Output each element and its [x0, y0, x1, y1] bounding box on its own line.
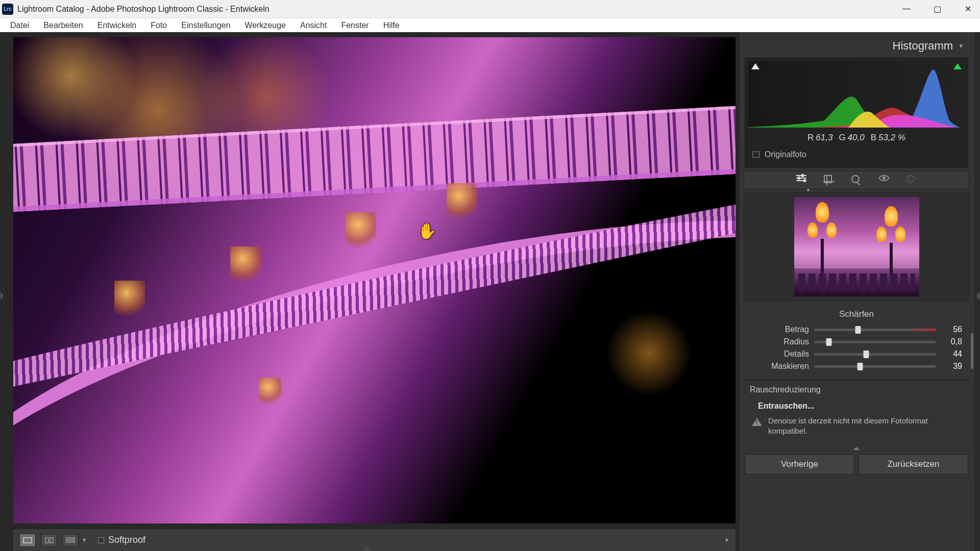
sharpen-mask-row: Maskieren 39: [744, 360, 969, 372]
sharpen-radius-value[interactable]: 0,8: [941, 337, 962, 346]
titlebar: Lrc Lightroom Catalog - Adobe Photoshop …: [0, 0, 980, 18]
warning-icon: [752, 418, 762, 426]
menubar: Datei Bearbeiten Entwickeln Foto Einstel…: [0, 18, 980, 32]
detail-zoom-panel: [744, 192, 969, 301]
before-after-tb-button[interactable]: [62, 534, 79, 547]
crop-tool-icon[interactable]: [824, 175, 834, 185]
histogram-graph[interactable]: [748, 61, 965, 128]
close-button[interactable]: ✕: [963, 4, 973, 14]
chevron-down-icon: ▼: [958, 42, 964, 49]
left-panel-collapsed-toggle[interactable]: [0, 32, 6, 551]
maximize-button[interactable]: ▢: [932, 4, 942, 14]
hand-cursor-icon: ✋: [418, 222, 436, 240]
bottom-toolbar: ▼ Softproof ▼: [13, 529, 736, 551]
sharpen-radius-slider[interactable]: [814, 341, 936, 343]
photo-preview: [230, 246, 261, 287]
menu-foto[interactable]: Foto: [143, 19, 174, 32]
reset-button[interactable]: Zurücksetzen: [859, 454, 968, 474]
photo-preview: [114, 281, 145, 321]
menu-entwickeln[interactable]: Entwickeln: [90, 19, 143, 32]
softproof-toggle[interactable]: Softproof: [98, 535, 145, 545]
minimize-button[interactable]: ―: [901, 4, 912, 14]
b-label: B: [871, 133, 876, 142]
sharpen-amount-label: Betrag: [744, 325, 809, 334]
original-photo-label: Originalfoto: [765, 150, 806, 159]
loupe-view-button[interactable]: [19, 534, 36, 547]
before-after-lr-button[interactable]: [41, 534, 57, 547]
denoise-warning-message: Denoise ist derzeit nicht mit diesem Fot…: [768, 416, 963, 437]
panel-expand-up-icon[interactable]: [744, 446, 969, 451]
sharpen-section-title: Schärfen: [744, 301, 969, 323]
menu-hilfe[interactable]: Hilfe: [376, 19, 407, 32]
menu-werkzeuge[interactable]: Werkzeuge: [237, 19, 293, 32]
detail-zoom-preview[interactable]: [794, 197, 919, 296]
r-label: R: [807, 133, 814, 142]
original-photo-checkbox-icon[interactable]: [752, 152, 760, 158]
right-panel-collapsed-toggle[interactable]: [974, 32, 980, 551]
menu-fenster[interactable]: Fenster: [334, 19, 376, 32]
right-panel: Histogramm ▼ R61,3 G40,0 B53,2 %: [740, 32, 974, 551]
photo-preview: [259, 378, 281, 408]
r-value: 61,3: [816, 133, 832, 142]
pct-label: %: [898, 133, 905, 142]
sharpen-amount-row: Betrag 56: [744, 323, 969, 336]
healing-tool-icon[interactable]: [851, 175, 862, 185]
menu-bearbeiten[interactable]: Bearbeiten: [36, 19, 90, 32]
menu-ansicht[interactable]: Ansicht: [293, 19, 334, 32]
tool-strip: [744, 171, 969, 189]
masking-tool-icon[interactable]: [906, 175, 917, 185]
redeye-tool-icon[interactable]: [879, 175, 889, 185]
sharpen-radius-row: Radius 0,8: [744, 336, 969, 348]
b-value: 53,2: [878, 133, 895, 142]
filmstrip-toggle-icon[interactable]: [362, 546, 372, 550]
sharpen-detail-label: Details: [744, 349, 809, 359]
sharpen-amount-value[interactable]: 56: [941, 325, 962, 334]
sharpen-detail-value[interactable]: 44: [941, 349, 962, 359]
edit-sliders-tool-icon[interactable]: [796, 175, 806, 185]
g-value: 40,0: [848, 133, 865, 142]
softproof-label: Softproof: [108, 535, 145, 545]
menu-datei[interactable]: Datei: [3, 19, 36, 32]
histogram-panel-header[interactable]: Histogramm ▼: [744, 36, 969, 58]
softproof-checkbox[interactable]: [98, 537, 104, 543]
photo-preview: [346, 212, 376, 253]
menu-einstellungen[interactable]: Einstellungen: [174, 19, 237, 32]
image-canvas[interactable]: ✋: [13, 37, 736, 523]
original-photo-toggle[interactable]: Originalfoto: [748, 146, 965, 164]
g-label: G: [839, 133, 845, 142]
sharpen-radius-label: Radius: [744, 337, 809, 346]
sharpen-detail-row: Details 44: [744, 348, 969, 360]
sharpen-mask-value[interactable]: 39: [941, 362, 962, 371]
sharpen-detail-slider[interactable]: [814, 353, 936, 356]
histogram-title: Histogramm: [749, 39, 958, 53]
toolbar-options-dropdown-icon[interactable]: ▼: [724, 537, 729, 543]
sharpen-mask-label: Maskieren: [744, 362, 809, 371]
right-panel-scrollbar[interactable]: [971, 333, 973, 369]
histogram-box: R61,3 G40,0 B53,2 % Originalfoto: [745, 58, 968, 168]
window-title: Lightroom Catalog - Adobe Photoshop Ligh…: [17, 5, 270, 14]
noise-reduction-section: Rauschreduzierung Entrauschen... Denoise…: [744, 380, 969, 446]
previous-button[interactable]: Vorherige: [745, 454, 854, 474]
denoise-button[interactable]: Entrauschen...: [758, 402, 963, 411]
photo-preview: [447, 183, 477, 224]
app-icon: Lrc: [2, 4, 13, 15]
noise-reduction-title: Rauschreduzierung: [750, 385, 963, 394]
sharpen-amount-slider[interactable]: [814, 329, 936, 331]
sharpen-mask-slider[interactable]: [814, 365, 936, 368]
view-mode-dropdown-icon[interactable]: ▼: [82, 537, 87, 543]
rgb-readout: R61,3 G40,0 B53,2 %: [748, 128, 965, 146]
